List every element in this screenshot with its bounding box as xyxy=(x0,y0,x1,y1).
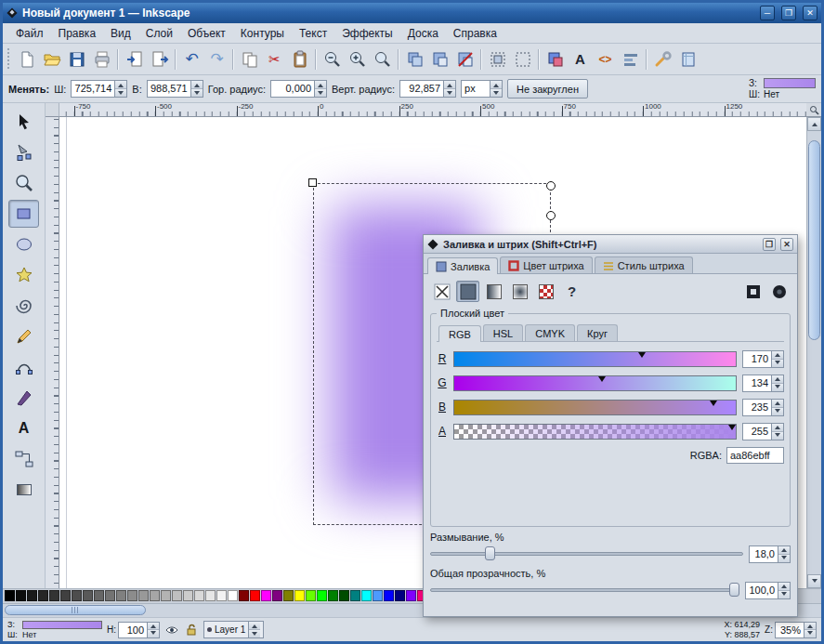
unit-combo[interactable]: px xyxy=(461,80,503,98)
select-all-button[interactable] xyxy=(485,46,510,72)
tab-fill[interactable]: Заливка xyxy=(427,257,498,274)
blur-spin-arrows[interactable] xyxy=(778,546,790,562)
xml-editor-button[interactable]: <> xyxy=(593,46,618,72)
blue-spin-arrows[interactable] xyxy=(771,400,783,415)
text-dialog-button[interactable]: A xyxy=(568,46,593,72)
maximize-button[interactable]: ❐ xyxy=(781,6,796,20)
blue-slider-marker[interactable] xyxy=(710,401,717,406)
palette-swatch[interactable] xyxy=(27,590,37,601)
fill-rule-evenodd-button[interactable] xyxy=(741,281,765,302)
align-dialog-button[interactable] xyxy=(618,46,643,72)
palette-swatch[interactable] xyxy=(216,590,227,601)
red-slider-marker[interactable] xyxy=(638,352,646,358)
unit-value[interactable]: px xyxy=(462,81,490,97)
palette-swatch[interactable] xyxy=(306,590,316,601)
palette-swatch[interactable] xyxy=(116,590,126,601)
menu-whiteboard[interactable]: Доска xyxy=(400,25,446,42)
tab-cmyk[interactable]: CMYK xyxy=(525,324,575,341)
palette-swatch[interactable] xyxy=(183,590,193,601)
paste-button[interactable] xyxy=(287,46,312,72)
alpha-slider-marker[interactable] xyxy=(728,425,736,430)
menu-object[interactable]: Объект xyxy=(180,25,233,42)
palette-swatch[interactable] xyxy=(250,590,260,601)
palette-swatch[interactable] xyxy=(339,590,349,601)
clone-button[interactable] xyxy=(427,46,452,72)
palette-swatch[interactable] xyxy=(38,590,48,601)
palette-swatch[interactable] xyxy=(406,590,416,601)
menu-path[interactable]: Контуры xyxy=(233,25,292,42)
deselect-button[interactable] xyxy=(510,46,535,72)
width-spin-arrows[interactable] xyxy=(114,81,126,97)
tab-stroke-style[interactable]: Стиль штриха xyxy=(595,256,693,273)
spiral-tool-button[interactable] xyxy=(8,292,39,320)
menu-effects[interactable]: Эффекты xyxy=(334,25,400,42)
fill-rule-nonzero-button[interactable] xyxy=(767,281,791,302)
selector-tool-button[interactable] xyxy=(8,108,39,136)
dialog-titlebar[interactable]: Заливка и штрих (Shift+Ctrl+F) ❐ ✕ xyxy=(424,235,797,254)
palette-swatch[interactable] xyxy=(138,590,149,601)
horizontal-scroll-thumb[interactable] xyxy=(5,605,146,615)
red-channel-slider[interactable] xyxy=(453,351,737,367)
tab-hsl[interactable]: HSL xyxy=(483,324,523,341)
unit-combo-arrow[interactable] xyxy=(490,81,502,97)
layer-visibility-icon[interactable] xyxy=(164,623,179,637)
style-fill-swatch[interactable] xyxy=(764,78,816,88)
palette-swatch[interactable] xyxy=(49,590,59,601)
opacity-slider-thumb[interactable] xyxy=(729,583,739,597)
toolbar-drag-handle[interactable] xyxy=(6,48,11,71)
print-button[interactable] xyxy=(89,46,114,72)
flat-color-button[interactable] xyxy=(456,281,479,302)
cut-button[interactable]: ✂ xyxy=(262,46,287,72)
rx-value[interactable]: 0,000 xyxy=(271,81,314,97)
layer-selector[interactable]: Layer 1 xyxy=(203,621,264,638)
blur-slider-thumb[interactable] xyxy=(485,546,495,560)
alpha-spin-arrows[interactable] xyxy=(771,424,783,440)
radius-handle-bottom[interactable] xyxy=(546,211,556,220)
rx-spin-arrows[interactable] xyxy=(314,81,326,97)
blur-value[interactable]: 18,0 xyxy=(750,546,778,562)
horizontal-ruler[interactable]: -750-500-250025050075010001250 xyxy=(59,103,806,117)
palette-swatch[interactable] xyxy=(83,590,93,601)
red-value[interactable]: 170 xyxy=(743,351,771,367)
palette-swatch[interactable] xyxy=(384,590,394,601)
blue-spinbox[interactable]: 235 xyxy=(742,399,784,416)
pen-tool-button[interactable] xyxy=(8,353,39,381)
menu-text[interactable]: Текст xyxy=(292,25,334,42)
width-spinbox[interactable]: 725,714 xyxy=(71,80,127,98)
rgba-input[interactable]: aa86ebff xyxy=(726,447,784,464)
pattern-button[interactable] xyxy=(534,281,557,302)
tab-stroke-color[interactable]: Цвет штриха xyxy=(500,256,592,273)
gradient-tool-button[interactable] xyxy=(8,476,39,504)
ruler-corner-zoom[interactable] xyxy=(806,103,821,117)
palette-swatch[interactable] xyxy=(60,590,71,601)
green-spinbox[interactable]: 134 xyxy=(742,375,784,392)
palette-swatch[interactable] xyxy=(239,590,249,601)
zoom-tool-button[interactable] xyxy=(8,169,39,197)
dialog-close-button[interactable]: ✕ xyxy=(780,238,793,251)
import-button[interactable] xyxy=(122,46,147,72)
green-spin-arrows[interactable] xyxy=(771,375,783,391)
export-button[interactable] xyxy=(147,46,172,72)
scroll-up-button[interactable] xyxy=(807,117,821,131)
menu-view[interactable]: Вид xyxy=(103,25,138,42)
blue-channel-slider[interactable] xyxy=(453,400,737,415)
opacity-slider-track[interactable] xyxy=(430,588,739,592)
blur-slider[interactable] xyxy=(430,546,743,561)
fill-stroke-dialog-button[interactable] xyxy=(543,46,568,72)
palette-swatch[interactable] xyxy=(361,590,372,601)
redo-button[interactable]: ↷ xyxy=(204,46,229,72)
palette-swatch[interactable] xyxy=(16,590,26,601)
palette-swatch[interactable] xyxy=(94,590,104,601)
blue-value[interactable]: 235 xyxy=(743,400,771,415)
ry-value[interactable]: 92,857 xyxy=(400,81,443,97)
ry-spin-arrows[interactable] xyxy=(443,81,455,97)
palette-swatch[interactable] xyxy=(328,590,338,601)
ry-spinbox[interactable]: 92,857 xyxy=(399,80,456,98)
not-rounded-button[interactable]: Не закруглен xyxy=(507,79,588,99)
palette-swatch[interactable] xyxy=(272,590,282,601)
new-document-button[interactable] xyxy=(14,46,39,72)
connector-tool-button[interactable] xyxy=(8,445,39,473)
window-titlebar[interactable]: Новый документ 1 — Inkscape ─ ❐ ✕ xyxy=(3,3,821,23)
menu-file[interactable]: Файл xyxy=(8,25,51,42)
palette-swatch[interactable] xyxy=(127,590,137,601)
